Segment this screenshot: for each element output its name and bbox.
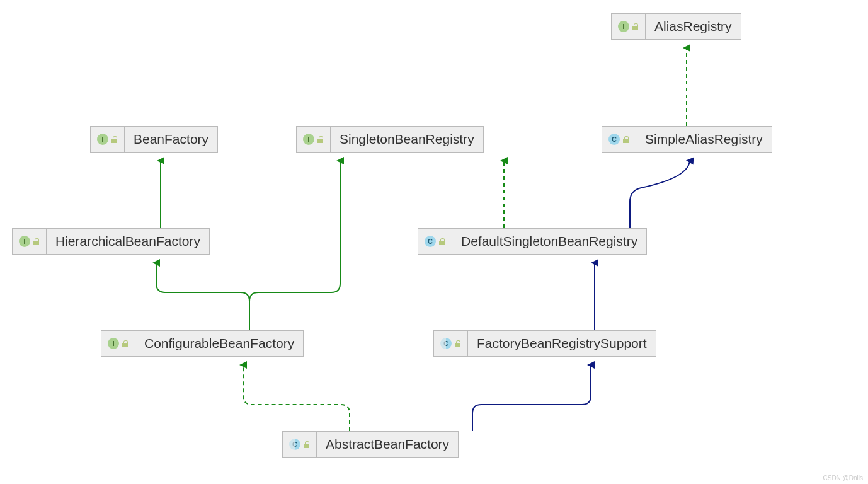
lock-icon	[622, 136, 629, 143]
lock-icon	[317, 136, 324, 143]
interface-icon: I	[303, 134, 314, 145]
class-icon: C	[425, 236, 436, 247]
node-configurable-bean-factory[interactable]: I ConfigurableBeanFactory	[101, 330, 304, 357]
watermark: CSDN @Dnils	[823, 475, 864, 481]
node-label: AliasRegistry	[646, 19, 741, 34]
node-label: SimpleAliasRegistry	[636, 132, 772, 147]
lock-icon	[454, 340, 461, 347]
interface-icon: I	[618, 21, 629, 32]
node-bean-factory[interactable]: I BeanFactory	[90, 126, 218, 153]
lock-icon	[632, 23, 639, 30]
interface-icon: I	[19, 236, 30, 247]
lock-icon	[33, 238, 40, 245]
node-hierarchical-bean-factory[interactable]: I HierarchicalBeanFactory	[12, 228, 210, 255]
node-abstract-bean-factory[interactable]: C AbstractBeanFactory	[282, 431, 459, 458]
lock-icon	[122, 340, 128, 347]
node-icons: I	[101, 331, 135, 356]
interface-icon: I	[97, 134, 108, 145]
node-factory-bean-registry-support[interactable]: C FactoryBeanRegistrySupport	[433, 330, 656, 357]
node-simple-alias-registry[interactable]: C SimpleAliasRegistry	[602, 126, 772, 153]
node-icons: C	[283, 432, 317, 457]
node-label: FactoryBeanRegistrySupport	[468, 336, 656, 351]
node-icons: I	[13, 229, 47, 254]
node-label: BeanFactory	[125, 132, 217, 147]
class-icon: C	[608, 134, 620, 145]
node-label: AbstractBeanFactory	[317, 437, 458, 452]
node-default-singleton-bean-registry[interactable]: C DefaultSingletonBeanRegistry	[418, 228, 647, 255]
interface-icon: I	[108, 338, 119, 349]
node-alias-registry[interactable]: I AliasRegistry	[611, 13, 741, 40]
lock-icon	[111, 136, 118, 143]
node-icons: C	[418, 229, 452, 254]
lock-icon	[303, 441, 310, 448]
node-icons: C	[434, 331, 468, 356]
node-icons: I	[297, 127, 331, 152]
node-singleton-bean-registry[interactable]: I SingletonBeanRegistry	[296, 126, 484, 153]
lock-icon	[438, 238, 445, 245]
node-icons: C	[602, 127, 636, 152]
class-icon: C	[289, 439, 300, 450]
class-icon: C	[440, 338, 452, 349]
node-label: HierarchicalBeanFactory	[47, 234, 209, 249]
node-icons: I	[612, 14, 646, 39]
node-label: SingletonBeanRegistry	[331, 132, 483, 147]
node-label: ConfigurableBeanFactory	[135, 336, 303, 351]
node-label: DefaultSingletonBeanRegistry	[452, 234, 646, 249]
node-icons: I	[91, 127, 125, 152]
